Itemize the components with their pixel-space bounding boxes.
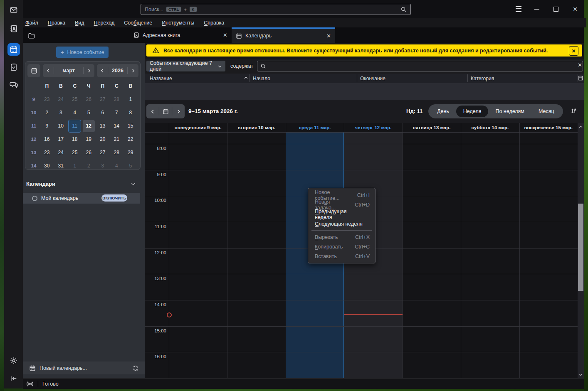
minical-day[interactable]: 27 [96, 93, 109, 106]
minical-day[interactable]: 7 [111, 107, 123, 119]
minical-day[interactable]: 8 [124, 107, 136, 119]
scroll-up-arrow[interactable] [578, 124, 584, 130]
list-column-header[interactable]: Окончание [357, 74, 466, 83]
scroll-down-arrow[interactable] [578, 371, 584, 377]
sync-calendars-button[interactable] [132, 365, 139, 371]
menu-message[interactable]: Сообщение [124, 20, 152, 26]
minical-day[interactable]: 3 [96, 160, 109, 172]
minical-day[interactable]: 17 [55, 133, 67, 145]
new-calendar-row[interactable]: Новый календарь... [23, 361, 145, 374]
calendar-list-item[interactable]: Мой календарь ВКЛЮЧИТЬ [23, 193, 140, 204]
minical-day[interactable]: 30 [41, 160, 53, 172]
minical-day[interactable]: 16 [41, 133, 53, 145]
minical-day[interactable]: 27 [96, 147, 109, 159]
day-header[interactable]: воскресенье 15 мар. [519, 123, 578, 132]
event-search-field[interactable] [257, 61, 583, 71]
list-column-header[interactable]: Название [146, 74, 248, 83]
minical-day[interactable]: 2 [83, 160, 95, 172]
context-menu-previous-week[interactable]: Предыдущая неделя [308, 209, 375, 219]
new-event-button[interactable]: + Новое событие [56, 47, 109, 58]
day-header[interactable]: пятница 13 мар. [403, 123, 461, 132]
menu-help[interactable]: Справка [204, 20, 224, 26]
minical-day[interactable]: 6 [96, 107, 109, 119]
scrollbar-thumb[interactable] [578, 204, 583, 291]
minical-day[interactable]: 9 [41, 120, 53, 132]
app-menu-button[interactable] [512, 3, 525, 15]
list-column-header[interactable]: Категория [467, 74, 576, 83]
enable-calendar-button[interactable]: ВКЛЮЧИТЬ [101, 194, 127, 202]
menu-view[interactable]: Вид [75, 20, 84, 26]
minical-day[interactable]: 29 [124, 147, 136, 159]
list-column-header[interactable]: Начало [250, 74, 355, 83]
next-week-button[interactable] [172, 104, 185, 118]
view-multiweek[interactable]: По неделям [488, 106, 531, 117]
minical-day[interactable]: 11 [68, 120, 81, 133]
tab-close-button[interactable]: ✕ [326, 33, 331, 39]
minical-day[interactable]: 4 [69, 107, 81, 119]
minical-day[interactable]: 25 [69, 147, 81, 159]
day-header[interactable]: среда 11 мар. [286, 123, 344, 132]
minical-day[interactable]: 18 [69, 133, 81, 145]
minical-day[interactable]: 28 [111, 147, 123, 159]
minical-day[interactable]: 31 [55, 160, 67, 172]
minical-day[interactable]: 12 [83, 120, 95, 132]
menu-tools[interactable]: Инструменты [162, 20, 194, 26]
minical-day[interactable]: 13 [96, 120, 109, 132]
tab-calendar[interactable]: Календарь ✕ [232, 27, 335, 43]
view-week[interactable]: Неделя [456, 106, 489, 117]
minical-day[interactable]: 4 [111, 160, 123, 172]
minical-day[interactable]: 20 [96, 133, 109, 145]
minical-day[interactable]: 14 [111, 120, 123, 132]
day-header[interactable]: четверг 12 мар. [344, 123, 402, 132]
maximize-button[interactable] [550, 3, 562, 15]
addressbook-space-button[interactable] [7, 22, 20, 35]
menu-file[interactable]: Файл [25, 20, 38, 26]
broadcast-icon[interactable] [26, 380, 34, 388]
minimize-button[interactable] [531, 3, 543, 15]
tab-address-book[interactable]: Адресная книга ✕ [129, 27, 232, 43]
minical-day[interactable]: 1 [69, 160, 81, 172]
close-window-button[interactable]: ✕ [569, 3, 581, 15]
calendars-section-header[interactable]: Календари [26, 181, 141, 187]
event-search-input[interactable] [269, 63, 580, 69]
minical-datepicker-button[interactable] [27, 64, 40, 77]
minical-day[interactable]: 23 [41, 147, 53, 159]
next-month-button[interactable] [84, 68, 94, 73]
view-day[interactable]: День [430, 106, 456, 117]
menu-edit[interactable]: Правка [48, 20, 65, 26]
minical-day[interactable]: 26 [83, 93, 95, 106]
day-header[interactable]: вторник 10 мар. [227, 123, 285, 132]
minical-day[interactable]: 2 [41, 107, 53, 119]
folder-pane-button[interactable] [26, 30, 36, 40]
minical-day[interactable]: 23 [41, 93, 53, 106]
context-menu-next-week[interactable]: Следующая неделя [308, 219, 375, 229]
previous-week-button[interactable] [146, 104, 159, 118]
settings-space-button[interactable] [7, 354, 20, 367]
minical-day[interactable]: 19 [83, 133, 95, 145]
event-range-dropdown[interactable]: События на следующие 7 дней [146, 61, 225, 71]
minical-day[interactable]: 22 [124, 133, 136, 145]
minical-day[interactable]: 10 [55, 120, 67, 132]
previous-year-button[interactable] [97, 68, 108, 73]
minical-day[interactable]: 24 [55, 93, 67, 106]
minical-day[interactable]: 21 [111, 133, 123, 145]
banner-close-button[interactable]: ✕ [569, 46, 578, 56]
minical-day[interactable]: 26 [83, 147, 95, 159]
column-picker-icon[interactable] [578, 75, 584, 81]
grid-scrollbar[interactable] [578, 123, 584, 378]
chat-space-button[interactable] [7, 78, 20, 91]
global-search[interactable]: Поиск... CTRL + K [141, 4, 411, 15]
go-to-today-button[interactable] [159, 104, 172, 118]
day-header[interactable]: понедельник 9 мар. [169, 123, 227, 132]
day-header[interactable]: суббота 14 мар. [461, 123, 519, 132]
minical-day[interactable]: 15 [124, 120, 136, 132]
minical-day[interactable]: 5 [83, 107, 95, 119]
tasks-space-button[interactable] [7, 61, 20, 73]
menu-go[interactable]: Переход [94, 20, 115, 26]
minical-day[interactable]: 28 [111, 93, 123, 106]
view-month[interactable]: Месяц [531, 106, 561, 117]
tab-close-button[interactable]: ✕ [223, 32, 227, 38]
view-options-icon[interactable] [570, 107, 577, 114]
collapse-spaces-button[interactable] [7, 372, 20, 385]
minical-day[interactable]: 25 [69, 93, 81, 106]
